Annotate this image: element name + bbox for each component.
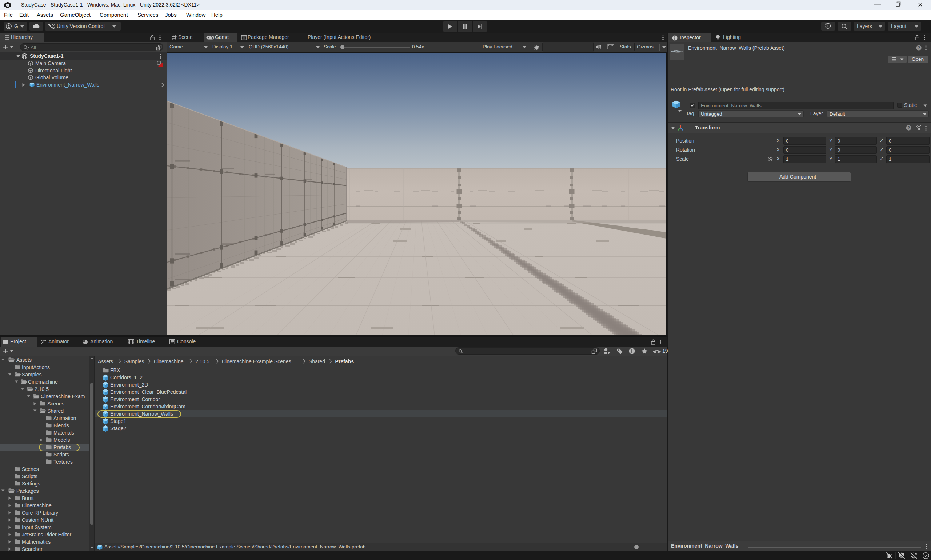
- svg-text:Custom NUnit: Custom NUnit: [22, 517, 54, 523]
- svg-text:Settings: Settings: [22, 481, 40, 486]
- svg-text:Cinemachine: Cinemachine: [22, 503, 52, 508]
- svg-text:?: ?: [907, 125, 910, 130]
- svg-text:Core RP Library: Core RP Library: [22, 510, 58, 515]
- svg-text:Shared: Shared: [47, 408, 64, 414]
- svg-text:Samples: Samples: [125, 358, 144, 365]
- svg-text:Stage2: Stage2: [110, 425, 126, 431]
- svg-text:Scenes: Scenes: [47, 401, 65, 406]
- svg-text:Scripts: Scripts: [54, 452, 69, 457]
- svg-text:2.10.5: 2.10.5: [35, 386, 49, 392]
- svg-text:Cinemachine: Cinemachine: [28, 379, 58, 385]
- svg-text:Scripts: Scripts: [22, 474, 37, 479]
- svg-text:Prefabs: Prefabs: [54, 445, 71, 450]
- svg-text:Assets: Assets: [16, 357, 32, 363]
- svg-text:Cinemachine: Cinemachine: [154, 358, 184, 365]
- svg-text:Scenes: Scenes: [22, 466, 39, 472]
- svg-text:Environment_Corridor: Environment_Corridor: [110, 396, 160, 402]
- svg-text:Samples: Samples: [22, 372, 42, 377]
- svg-text:Cinemachine Exam: Cinemachine Exam: [41, 394, 85, 399]
- svg-text:Models: Models: [54, 437, 70, 443]
- svg-text:Environment_Narrow_Walls: Environment_Narrow_Walls: [110, 411, 173, 417]
- svg-text:JetBrains Rider Editor: JetBrains Rider Editor: [22, 532, 72, 537]
- svg-text:Animation: Animation: [54, 415, 76, 421]
- svg-text:Prefabs: Prefabs: [335, 358, 354, 365]
- svg-text:Input System: Input System: [22, 525, 52, 530]
- svg-text:Packages: Packages: [16, 488, 38, 494]
- svg-text:Blends: Blends: [54, 423, 69, 428]
- svg-text:Materials: Materials: [54, 430, 74, 435]
- svg-text:Shared: Shared: [309, 358, 325, 365]
- svg-text:Environment_Clear_BluePedestal: Environment_Clear_BluePedestal: [110, 389, 186, 395]
- svg-text:2.10.5: 2.10.5: [195, 358, 209, 365]
- svg-text:Cinemachine Example Scenes: Cinemachine Example Scenes: [222, 358, 291, 365]
- svg-text:Assets: Assets: [98, 358, 113, 365]
- svg-text:Environment_CorridorMixingCam: Environment_CorridorMixingCam: [110, 404, 185, 409]
- svg-text:Burst: Burst: [22, 495, 34, 501]
- svg-text:Environment_2D: Environment_2D: [110, 382, 148, 388]
- svg-text:FBX: FBX: [110, 367, 120, 373]
- svg-text:InputActions: InputActions: [22, 365, 50, 370]
- svg-text:Searcher: Searcher: [22, 546, 43, 551]
- svg-text:Mathematics: Mathematics: [22, 539, 51, 545]
- svg-text:Stage1: Stage1: [110, 418, 126, 424]
- svg-text:?: ?: [917, 45, 920, 50]
- svg-text:Textures: Textures: [54, 459, 73, 465]
- svg-text:Corridors_1_2: Corridors_1_2: [110, 375, 143, 380]
